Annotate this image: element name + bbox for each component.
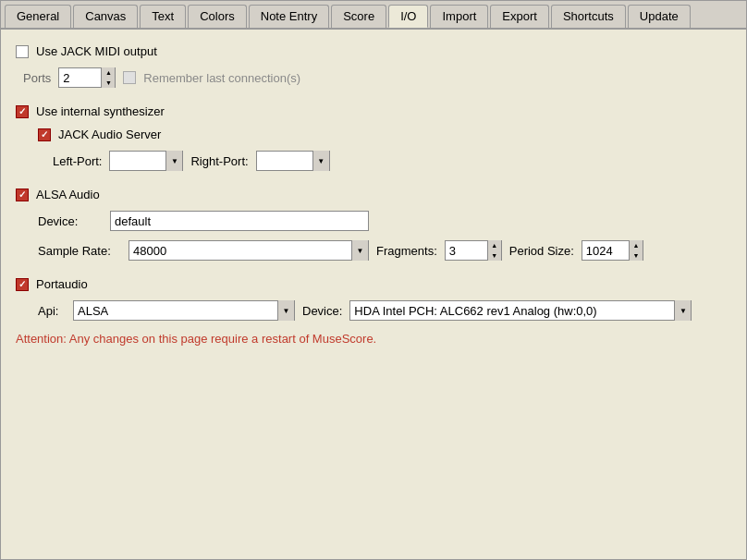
- period-size-spinbox[interactable]: ▲ ▼: [582, 240, 643, 261]
- tab-bar: General Canvas Text Colors Note Entry Sc…: [1, 1, 746, 30]
- period-size-spinbox-buttons: ▲ ▼: [629, 240, 643, 261]
- tab-text[interactable]: Text: [140, 5, 186, 28]
- api-label: Api:: [38, 304, 66, 318]
- remember-label: Remember last connection(s): [143, 71, 300, 85]
- sample-rate-row: Sample Rate: 44100 48000 88200 96000 ▼ F…: [38, 240, 731, 261]
- period-size-label: Period Size:: [509, 244, 574, 258]
- api-arrow: ▼: [277, 300, 294, 321]
- ports-row: Ports ▲ ▼ Remember last connection(s): [23, 67, 731, 88]
- fragments-up-button[interactable]: ▲: [488, 240, 501, 250]
- tab-update[interactable]: Update: [628, 5, 691, 28]
- tab-general[interactable]: General: [5, 5, 71, 28]
- period-size-value[interactable]: [582, 241, 629, 260]
- tab-shortcuts[interactable]: Shortcuts: [551, 5, 626, 28]
- sample-rate-label: Sample Rate:: [38, 244, 121, 258]
- portaudio-checkbox[interactable]: [16, 278, 29, 291]
- portaudio-device-arrow: ▼: [674, 300, 691, 321]
- sample-rate-select[interactable]: 44100 48000 88200 96000: [129, 241, 351, 260]
- sample-rate-arrow: ▼: [351, 240, 368, 261]
- right-port-label: Right-Port:: [190, 154, 248, 168]
- tab-export[interactable]: Export: [490, 5, 549, 28]
- tab-score[interactable]: Score: [331, 5, 386, 28]
- tab-io[interactable]: I/O: [388, 5, 428, 28]
- ports-value[interactable]: [59, 68, 101, 87]
- main-window: General Canvas Text Colors Note Entry Sc…: [0, 0, 747, 560]
- ports-spinbox[interactable]: ▲ ▼: [58, 67, 116, 88]
- ports-down-button[interactable]: ▼: [102, 78, 115, 88]
- jack-audio-checkbox[interactable]: [38, 128, 51, 141]
- ports-up-button[interactable]: ▲: [102, 67, 115, 78]
- jack-audio-row: JACK Audio Server: [38, 128, 731, 141]
- portaudio-api-row: Api: ALSA OSS JACK ▼ Device: HDA Intel P…: [38, 300, 731, 321]
- tab-colors[interactable]: Colors: [188, 5, 247, 28]
- fragments-spinbox[interactable]: ▲ ▼: [445, 240, 502, 261]
- content-panel: Use JACK MIDI output Ports ▲ ▼ Remember …: [1, 30, 746, 559]
- fragments-label: Fragments:: [376, 244, 437, 258]
- portaudio-device-combobox[interactable]: HDA Intel PCH: ALC662 rev1 Analog (hw:0,…: [349, 300, 692, 321]
- alsa-audio-label: ALSA Audio: [36, 188, 100, 201]
- ports-lr-row: Left-Port: ▼ Right-Port: ▼: [53, 151, 731, 171]
- right-port-combobox[interactable]: ▼: [256, 151, 330, 171]
- left-port-arrow: ▼: [165, 151, 182, 171]
- left-port-select[interactable]: [110, 152, 165, 170]
- right-port-arrow: ▼: [312, 151, 329, 171]
- ports-label: Ports: [23, 71, 51, 85]
- portaudio-row: Portaudio: [16, 277, 731, 291]
- api-combobox[interactable]: ALSA OSS JACK ▼: [73, 300, 295, 321]
- jack-midi-row: Use JACK MIDI output: [16, 44, 731, 58]
- left-port-label: Left-Port:: [53, 154, 102, 168]
- alsa-audio-row: ALSA Audio: [16, 188, 731, 201]
- period-size-up-button[interactable]: ▲: [630, 240, 643, 250]
- attention-text: Attention: Any changes on this page requ…: [16, 332, 731, 346]
- device-label: Device:: [38, 214, 103, 228]
- remember-checkbox[interactable]: [123, 71, 136, 84]
- period-size-down-button[interactable]: ▼: [630, 250, 643, 261]
- sample-rate-combobox[interactable]: 44100 48000 88200 96000 ▼: [129, 240, 369, 261]
- internal-synth-label: Use internal synthesizer: [36, 104, 165, 118]
- alsa-audio-checkbox[interactable]: [16, 189, 29, 201]
- tab-note-entry[interactable]: Note Entry: [249, 5, 329, 28]
- fragments-spinbox-buttons: ▲ ▼: [487, 240, 501, 261]
- fragments-value[interactable]: [446, 241, 487, 260]
- portaudio-label: Portaudio: [36, 277, 88, 291]
- device-input[interactable]: [110, 211, 369, 231]
- tab-import[interactable]: Import: [430, 5, 488, 28]
- internal-synth-row: Use internal synthesizer: [16, 104, 731, 118]
- jack-midi-label: Use JACK MIDI output: [36, 44, 157, 58]
- internal-synth-checkbox[interactable]: [16, 105, 29, 118]
- fragments-down-button[interactable]: ▼: [488, 250, 501, 261]
- device-row: Device:: [38, 211, 731, 231]
- jack-midi-checkbox[interactable]: [16, 45, 29, 58]
- tab-canvas[interactable]: Canvas: [73, 5, 138, 28]
- jack-audio-label: JACK Audio Server: [58, 128, 161, 141]
- right-port-select[interactable]: [257, 152, 312, 170]
- portaudio-device-select[interactable]: HDA Intel PCH: ALC662 rev1 Analog (hw:0,…: [350, 301, 674, 320]
- portaudio-device-label: Device:: [302, 304, 342, 318]
- ports-spinbox-buttons: ▲ ▼: [101, 67, 115, 88]
- api-select[interactable]: ALSA OSS JACK: [74, 301, 277, 320]
- left-port-combobox[interactable]: ▼: [109, 151, 183, 171]
